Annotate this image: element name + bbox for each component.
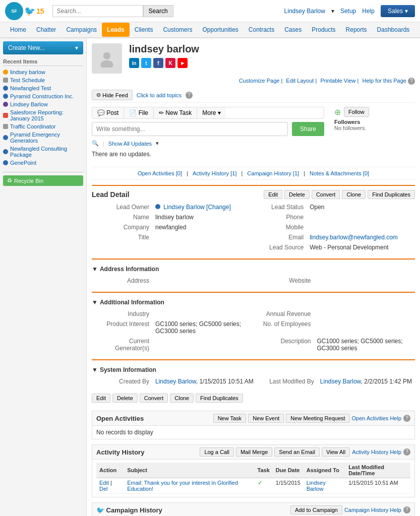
edit-link[interactable]: Edit [99,480,109,486]
nav-dashboards[interactable]: Dashboards [372,23,415,37]
more-button[interactable]: More ▾ [197,107,226,118]
post-button[interactable]: 💬 Post [92,107,124,118]
delete-button-2[interactable]: Delete [112,394,138,403]
sidebar: Create New... ▾ Recent Items lindsey bar… [0,38,87,516]
create-new-button[interactable]: Create New... ▾ [3,41,83,54]
linkedin-icon[interactable]: in [129,58,139,68]
svg-point-0 [103,52,110,59]
open-activities-link[interactable]: Open Activities [0] [138,170,182,176]
help-link[interactable]: Help [362,8,375,15]
activity-history-help-icon[interactable]: ? [403,448,410,456]
nav-products[interactable]: Products [307,23,340,37]
sidebar-item-3[interactable]: Pyramid Construction Inc. [3,92,83,100]
share-button[interactable]: Share [292,122,324,136]
main-content: lindsey barlow in t f K ▶ Customize Page… [87,38,420,516]
click-to-add-topics[interactable]: Click to add topics [137,92,182,98]
clone-button[interactable]: Clone [342,190,366,199]
search-button[interactable]: Search [143,5,173,17]
activity-history-title: Activity History [96,448,144,456]
address-section-title[interactable]: ▼ Address Information [92,264,415,276]
user-link[interactable]: Lindsey Barlow [284,8,325,15]
subject-link[interactable]: Email: Thank you for your interest in Gl… [127,480,238,492]
sidebar-item-4[interactable]: Lindsey Barlow [3,100,83,108]
delete-button[interactable]: Delete [284,190,310,199]
log-a-call-btn[interactable]: Log a Call [200,447,234,457]
convert-button[interactable]: Convert [312,190,340,199]
twitter-icon[interactable]: t [141,58,151,68]
hide-feed-button[interactable]: ⊖ Hide Feed [92,90,133,100]
nav-customers[interactable]: Customers [158,23,197,37]
open-activities-help-icon[interactable]: ? [403,415,410,422]
klout-icon[interactable]: K [165,58,175,68]
change-owner-link[interactable]: [Change] [206,204,231,211]
sidebar-item-8[interactable]: Newfangled Consulting Package [3,145,83,159]
search-input[interactable] [52,5,143,17]
del-link[interactable]: Del [99,486,108,492]
sidebar-item-0[interactable]: lindsey barlow [3,68,83,76]
no-employees-value [314,319,415,336]
nav-home[interactable]: Home [5,23,31,37]
open-activities-help-link[interactable]: Open Activities Help [352,415,401,421]
open-activities-header: Open Activities New Task New Event New M… [92,411,414,426]
activity-history-link[interactable]: Activity History [1] [193,170,236,176]
help-icon[interactable]: ? [408,78,415,85]
nav-campaigns[interactable]: Campaigns [61,23,102,37]
mail-merge-btn[interactable]: Mail Merge [236,447,272,457]
facebook-icon[interactable]: f [153,58,163,68]
recycle-bin-button[interactable]: ♻ Recycle Bin [3,175,83,186]
sidebar-item-5[interactable]: Salesforce Reporting: January 2015 [3,108,83,122]
campaign-history-help-link[interactable]: Campaign History Help [344,507,401,513]
add-to-campaign-btn[interactable]: Add to Campaign [290,505,342,514]
file-button[interactable]: 📄 File [124,107,154,118]
help-page-link[interactable]: Help for this Page [363,78,406,84]
clone-button-2[interactable]: Clone [170,394,194,403]
edit-button[interactable]: Edit [264,190,282,199]
nav-opportunities[interactable]: Opportunities [197,23,243,37]
system-section-title[interactable]: ▼ System Information [92,364,415,376]
email-link[interactable]: lindsey.barlow@newfangled.com [310,234,398,241]
convert-button-2[interactable]: Convert [140,394,168,403]
activity-history-help-link[interactable]: Activity History Help [352,449,401,455]
share-input[interactable] [92,122,288,136]
updates-dropdown-icon[interactable]: ▾ [156,140,159,147]
nav-contracts[interactable]: Contracts [244,23,279,37]
nav-reports[interactable]: Reports [341,23,372,37]
show-all-updates-link[interactable]: Show All Updates [108,141,152,147]
new-task-button[interactable]: ✏ New Task [154,107,197,118]
sidebar-item-6[interactable]: Traffic Coordinator [3,122,83,131]
topics-help-icon[interactable]: ? [186,92,193,99]
sales-button[interactable]: Sales ▾ [381,5,415,17]
user-dropdown-icon[interactable]: ▾ [331,8,334,15]
assigned-to-link[interactable]: Lindsey Barlow [307,480,326,492]
created-by-link[interactable]: Lindsey Barlow [155,378,196,385]
new-event-btn[interactable]: New Event [248,414,284,423]
sidebar-item-7[interactable]: Pyramid Emergency Generators [3,131,83,145]
notes-attachments-link[interactable]: Notes & Attachments [0] [310,170,369,176]
campaign-history-link[interactable]: Campaign History [1] [247,170,299,176]
new-meeting-btn[interactable]: New Meeting Request [286,414,349,423]
new-task-btn[interactable]: New Task [213,414,246,423]
nav-clients[interactable]: Clients [130,23,158,37]
sidebar-item-1[interactable]: Test Schedule [3,76,83,84]
edit-button-2[interactable]: Edit [92,394,110,403]
edit-layout-link[interactable]: Edit Layout [286,78,314,84]
setup-link[interactable]: Setup [340,8,356,15]
sidebar-item-9[interactable]: GenePoint [3,159,83,167]
campaign-history-help-icon[interactable]: ? [403,506,410,513]
customize-page-link[interactable]: Customize Page [239,78,280,84]
nav-leads[interactable]: Leads [102,23,130,37]
youtube-icon[interactable]: ▶ [177,58,188,68]
follow-button[interactable]: Follow [344,107,369,117]
last-modified-link[interactable]: Lindsey Barlow [320,378,361,385]
nav-cases[interactable]: Cases [279,23,307,37]
send-email-btn[interactable]: Send an Email [274,447,320,457]
find-duplicates-button-2[interactable]: Find Duplicates [196,394,243,403]
printable-view-link[interactable]: Printable View [320,78,355,84]
lead-owner-link[interactable]: Lindsey Barlow [163,204,204,211]
additional-section-title[interactable]: ▼ Additional Information [92,297,415,309]
nav-chatter[interactable]: Chatter [31,23,61,37]
sidebar-item-2[interactable]: Newfangled Test [3,84,83,92]
view-all-btn[interactable]: View All [322,447,350,457]
find-duplicates-button[interactable]: Find Duplicates [368,190,415,199]
nav-instructors[interactable]: Instructors [414,23,420,37]
